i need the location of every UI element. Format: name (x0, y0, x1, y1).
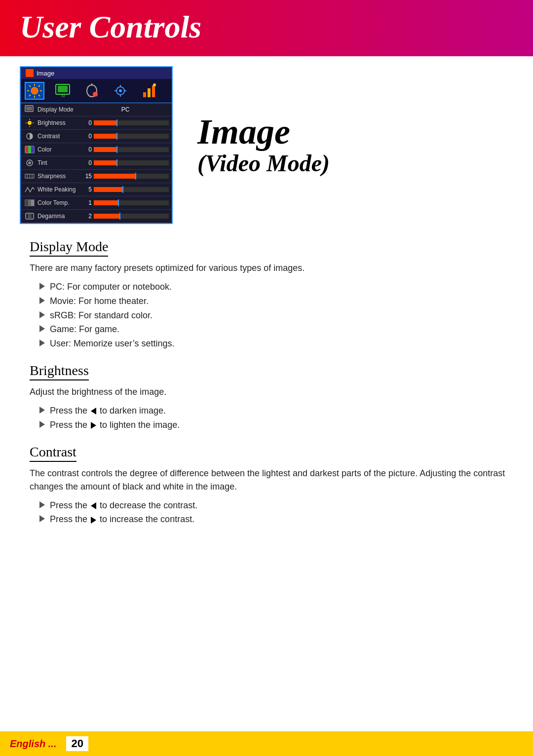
bullet-arrow-icon (39, 311, 45, 318)
brightness-heading: Brightness (30, 363, 89, 380)
osd-sharpness-fill (94, 174, 135, 179)
osd-color-bar (94, 147, 169, 152)
svg-line-7 (38, 85, 40, 87)
bullet-text: PC: For computer or notebook. (50, 280, 172, 294)
osd-tint-fill (94, 160, 116, 165)
svg-point-0 (31, 87, 38, 94)
osd-contrast-fill (94, 134, 116, 139)
osd-icon-display[interactable]: M (53, 82, 73, 100)
osd-icon-advanced[interactable] (111, 82, 130, 100)
osd-sharpness-marker (135, 173, 136, 180)
bullet-text: Press the to increase the contrast. (50, 512, 194, 527)
contrast-heading: Contrast (30, 444, 76, 462)
left-arrow-icon (91, 408, 96, 415)
osd-row-degamma: Degamma 2 (21, 210, 172, 223)
svg-point-38 (28, 161, 31, 164)
brightness-bullets: Press the to darken image. Press the to … (39, 404, 513, 432)
osd-row-white-peaking: White Peaking 5 (21, 183, 172, 196)
bullet-text: Press the to decrease the contrast. (50, 498, 197, 513)
bullet-arrow-icon (39, 283, 45, 290)
bullet-arrow-icon (39, 297, 45, 304)
list-item: Press the to increase the contrast. (39, 512, 513, 527)
svg-rect-45 (28, 200, 31, 206)
list-item: Game: For game. (39, 322, 513, 337)
list-item: Press the to lighten the image. (39, 418, 513, 432)
osd-white-peaking-fill (94, 187, 122, 192)
list-item: Movie: For home theater. (39, 294, 513, 308)
top-section: Image (20, 66, 513, 224)
list-item: Press the to darken image. (39, 404, 513, 418)
osd-tint-label: Tint (38, 159, 82, 166)
bullet-arrow-icon (39, 501, 45, 508)
page-footer: English ... 20 (0, 731, 533, 756)
osd-tint-value: 0 (82, 159, 92, 166)
svg-rect-46 (31, 200, 34, 206)
osd-icon-image[interactable] (25, 82, 44, 100)
osd-icon-bar: M (21, 79, 172, 103)
bullet-text: Press the to lighten the image. (50, 418, 180, 432)
svg-rect-34 (25, 146, 28, 153)
osd-degamma-label: Degamma (38, 213, 82, 220)
osd-contrast-value: 0 (82, 133, 92, 140)
page-header: User Controls (0, 0, 533, 56)
svg-point-24 (153, 83, 156, 86)
osd-row-brightness: Brightness 0 (21, 116, 172, 130)
svg-rect-44 (25, 200, 28, 206)
footer-page-number: 20 (66, 736, 88, 751)
osd-icon-color[interactable] (82, 82, 102, 100)
osd-tint-icon (24, 158, 36, 168)
osd-row-contrast: Contrast 0 (21, 130, 172, 143)
osd-title-bar: Image (21, 67, 172, 79)
brightness-section: Brightness Adjust the brightness of the … (20, 363, 513, 432)
page-title: User Controls (20, 9, 513, 45)
osd-color-icon (24, 145, 36, 154)
osd-icon-stats[interactable] (139, 82, 159, 100)
bullet-text: Game: For game. (50, 322, 119, 337)
brightness-description: Adjust the brightness of the image. (30, 385, 513, 399)
osd-degamma-icon (24, 211, 36, 221)
osd-white-peaking-icon (24, 185, 36, 194)
osd-row-tint: Tint 0 (21, 156, 172, 170)
bullet-arrow-icon (39, 407, 45, 414)
osd-white-peaking-label: White Peaking (38, 186, 82, 193)
svg-rect-36 (31, 146, 34, 153)
bullet-text: sRGB: For standard color. (50, 308, 152, 323)
osd-row-color-temp: Color Temp. 1 (21, 196, 172, 210)
osd-degamma-value: 2 (82, 213, 92, 220)
right-arrow-icon (91, 422, 96, 429)
osd-degamma-fill (94, 214, 119, 219)
osd-color-label: Color (38, 146, 82, 153)
osd-brightness-marker (116, 119, 117, 126)
osd-color-fill (94, 147, 116, 152)
svg-point-14 (93, 92, 98, 97)
bullet-text: User: Memorize user’s settings. (50, 337, 174, 351)
bullet-arrow-icon (39, 340, 45, 346)
svg-point-27 (28, 121, 32, 125)
osd-sharpness-value: 15 (82, 173, 92, 180)
osd-brightness-value: 0 (82, 119, 92, 126)
osd-contrast-icon (24, 131, 36, 141)
display-mode-section: Display Mode There are many factory pres… (20, 239, 513, 351)
list-item: sRGB: For standard color. (39, 308, 513, 323)
contrast-section: Contrast The contrast controls the degre… (20, 444, 513, 527)
osd-title-icon (26, 69, 34, 77)
svg-line-6 (38, 95, 40, 96)
svg-rect-22 (148, 88, 151, 97)
footer-language: English ... (10, 738, 56, 750)
osd-row-display-mode: Display Mode PC (21, 103, 172, 116)
osd-color-temp-label: Color Temp. (38, 199, 82, 206)
right-arrow-icon (91, 517, 96, 524)
display-mode-description: There are many factory presets optimized… (30, 262, 513, 275)
osd-color-temp-value: 1 (82, 199, 92, 206)
svg-rect-21 (143, 92, 146, 97)
bullet-arrow-icon (39, 325, 45, 332)
osd-color-temp-fill (94, 200, 118, 205)
osd-brightness-icon (24, 118, 36, 128)
list-item: User: Memorize user’s settings. (39, 337, 513, 351)
svg-point-16 (119, 89, 122, 92)
osd-white-peaking-marker (122, 186, 123, 193)
osd-color-marker (116, 146, 117, 153)
osd-title-label: Image (37, 70, 54, 77)
contrast-description: The contrast controls the degree of diff… (30, 467, 513, 493)
bullet-text: Press the to darken image. (50, 404, 166, 418)
